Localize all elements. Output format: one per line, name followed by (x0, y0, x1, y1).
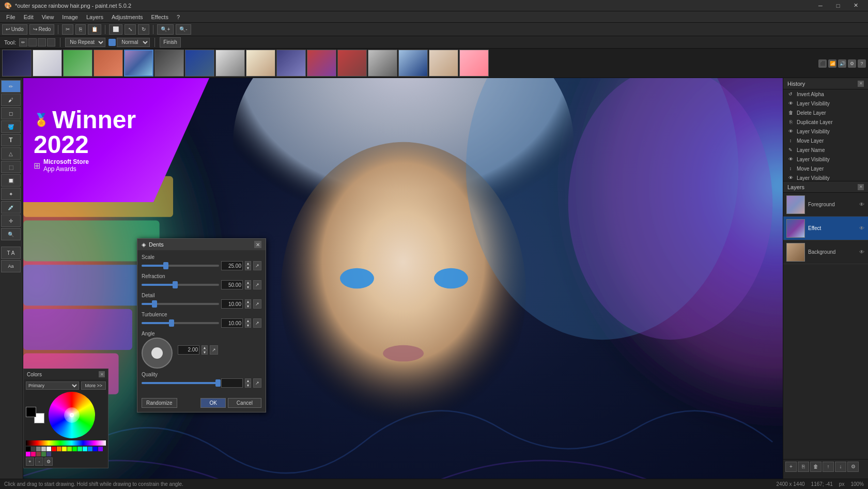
detail-down-btn[interactable]: ▼ (245, 304, 251, 309)
refraction-value[interactable]: 50.00 (221, 280, 243, 289)
tool-img[interactable]: Aa (1, 260, 21, 272)
refraction-up-btn[interactable]: ▲ (245, 280, 251, 285)
quality-slider-thumb[interactable] (215, 379, 221, 387)
palette-options-btn[interactable]: ⚙ (44, 457, 53, 466)
layer-visibility-background[interactable]: 👁 (859, 249, 865, 255)
menu-file[interactable]: File (2, 13, 20, 21)
colors-close-btn[interactable]: ✕ (99, 371, 105, 377)
palette-red[interactable] (52, 447, 56, 451)
duplicate-layer-btn[interactable]: ⎘ (798, 462, 809, 472)
palette-black[interactable] (26, 447, 30, 451)
thumb-9[interactable] (246, 50, 275, 77)
palette-white[interactable] (47, 447, 51, 451)
zoom-in-button[interactable]: 🔍+ (157, 24, 174, 35)
tool-shapes[interactable]: △ (1, 147, 21, 160)
turbulence-value[interactable]: 10.00 (221, 318, 243, 328)
scale-slider-thumb[interactable] (163, 262, 168, 269)
history-item-invert-alpha[interactable]: ↺ Invert Alpha (783, 89, 868, 99)
thumb-5-active[interactable] (124, 50, 153, 77)
thumb-15[interactable] (429, 50, 458, 77)
undo-button[interactable]: ↩ Undo (2, 24, 27, 35)
detail-link-btn[interactable]: ↗ (253, 299, 261, 309)
resize-button[interactable]: ⤡ (125, 24, 136, 35)
delete-layer-btn[interactable]: 🗑 (810, 462, 822, 472)
menu-edit[interactable]: Edit (20, 13, 38, 21)
palette-pink[interactable] (31, 452, 36, 456)
menu-help[interactable]: ? (173, 13, 184, 21)
palette-brown[interactable] (36, 452, 41, 456)
palette-green[interactable] (72, 447, 77, 451)
palette-azure[interactable] (88, 447, 92, 451)
layer-visibility-foreground[interactable]: 👁 (859, 202, 865, 208)
angle-wheel[interactable] (142, 338, 173, 369)
dialog-close-button[interactable]: ✕ (254, 241, 261, 248)
more-colors-btn[interactable]: More >> (81, 381, 106, 390)
fg-color-swatch[interactable] (26, 407, 36, 417)
detail-up-btn[interactable]: ▲ (245, 299, 251, 304)
palette-orange[interactable] (57, 447, 61, 451)
color-mode-select[interactable]: Primary Secondary (26, 381, 79, 390)
palette-gray[interactable] (36, 447, 41, 451)
add-layer-btn[interactable]: + (785, 462, 797, 472)
refraction-slider-track[interactable] (142, 284, 219, 286)
palette-cyan-green[interactable] (78, 447, 82, 451)
repeat-mode-select[interactable]: No Repeat Repeat Wrap (65, 38, 105, 47)
palette-blue[interactable] (93, 447, 98, 451)
thumb-14[interactable] (398, 50, 428, 77)
history-close-btn[interactable]: ✕ (858, 81, 864, 87)
thumb-13[interactable] (368, 50, 397, 77)
menu-layers[interactable]: Layers (82, 13, 107, 21)
zoom-out-button[interactable]: 🔍- (176, 24, 191, 35)
quality-up-btn[interactable]: ▲ (245, 378, 251, 383)
tool-move[interactable]: ✛ (1, 215, 21, 227)
crop-button[interactable]: ⬜ (109, 24, 122, 35)
turbulence-down-btn[interactable]: ▼ (245, 323, 251, 328)
cut-button[interactable]: ✂ (62, 24, 73, 35)
dialog-titlebar[interactable]: ◈ Dents ✕ (137, 239, 266, 250)
menu-effects[interactable]: Effects (147, 13, 173, 21)
refraction-link-btn[interactable]: ↗ (253, 280, 261, 289)
tool-fill[interactable]: 🪣 (1, 120, 21, 133)
thumb-3[interactable] (63, 50, 92, 77)
randomize-button[interactable]: Randomize (142, 398, 177, 408)
history-item-layer-visibility-3[interactable]: 👁 Layer Visibility (783, 155, 868, 164)
tool-lasso[interactable]: 🔲 (1, 174, 21, 187)
cancel-button[interactable]: Cancel (228, 398, 261, 408)
blend-mode-select[interactable]: Normal Multiply Screen (117, 38, 150, 47)
tool-type-text[interactable]: T A (1, 247, 21, 259)
scale-down-btn[interactable]: ▼ (245, 266, 251, 270)
menu-view[interactable]: View (38, 13, 58, 21)
tool-selection[interactable]: ⬚ (1, 161, 21, 173)
quality-link-btn[interactable]: ↗ (253, 378, 261, 388)
detail-slider-thumb[interactable] (152, 300, 157, 308)
thumb-6[interactable] (154, 50, 184, 77)
refraction-down-btn[interactable]: ▼ (245, 285, 251, 289)
palette-dark-green[interactable] (41, 452, 46, 456)
color-wheel[interactable] (49, 392, 95, 438)
detail-value[interactable]: 10.00 (221, 299, 243, 309)
thumb-12[interactable] (337, 50, 367, 77)
angle-link-btn[interactable]: ↗ (210, 345, 218, 355)
thumb-16[interactable] (459, 50, 489, 77)
scale-link-btn[interactable]: ↗ (253, 261, 261, 270)
quality-value[interactable] (221, 378, 243, 388)
redo-button[interactable]: ↪ Redo (29, 24, 55, 35)
thumb-8[interactable] (215, 50, 245, 77)
history-item-layer-visibility-1[interactable]: 👁 Layer Visibility (783, 99, 868, 108)
layers-close-btn[interactable]: ✕ (858, 184, 864, 190)
scale-up-btn[interactable]: ▲ (245, 261, 251, 266)
history-item-layer-visibility-4[interactable]: 👁 Layer Visibility (783, 173, 868, 181)
tool-text[interactable]: T (1, 134, 21, 146)
add-swatch-btn[interactable]: + (26, 457, 34, 466)
thumb-4[interactable] (94, 50, 123, 77)
palette-magenta[interactable] (26, 452, 30, 456)
scale-value[interactable]: 25.00 (221, 261, 243, 270)
palette-dark-gray[interactable] (31, 447, 36, 451)
paste-button[interactable]: 📋 (88, 24, 101, 35)
finish-button[interactable]: Finish (160, 37, 181, 48)
turbulence-slider-thumb[interactable] (169, 319, 174, 327)
tool-pencil[interactable]: ✏ (1, 80, 21, 93)
ok-button[interactable]: OK (200, 398, 225, 408)
history-item-move-layer-2[interactable]: ↕ Move Layer (783, 164, 868, 173)
remove-swatch-btn[interactable]: - (35, 457, 43, 466)
